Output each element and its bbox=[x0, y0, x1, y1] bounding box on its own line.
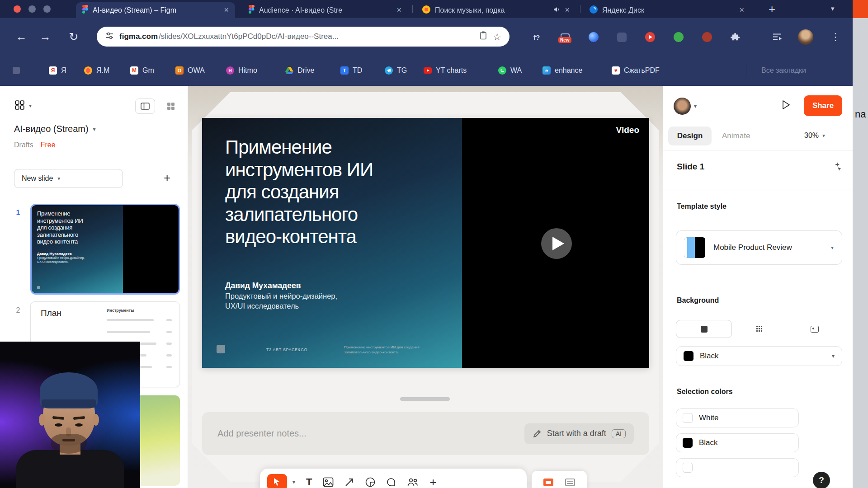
template-style-select[interactable]: Mobile Product Review ▾ bbox=[676, 230, 842, 265]
present-play-button[interactable] bbox=[782, 99, 791, 112]
extension-fontanello-icon[interactable]: f? bbox=[528, 29, 545, 45]
sticker-tool-icon[interactable] bbox=[365, 477, 375, 487]
add-tool-plus-icon[interactable]: + bbox=[429, 475, 436, 488]
share-button[interactable]: Share bbox=[804, 95, 842, 116]
canvas-scrollbar[interactable] bbox=[400, 397, 450, 401]
close-tab-icon[interactable]: × bbox=[565, 5, 570, 15]
bookmark-td[interactable]: TTD bbox=[340, 66, 362, 75]
minimize-window-button[interactable] bbox=[28, 5, 36, 13]
bookmark-compress-pdf[interactable]: ♥СжатьPDF bbox=[612, 66, 660, 75]
new-tab-button[interactable]: + bbox=[769, 2, 775, 16]
close-tab-icon[interactable]: × bbox=[396, 5, 401, 15]
bg-solid-segment[interactable] bbox=[676, 320, 732, 338]
grid-view-toggle[interactable] bbox=[161, 99, 181, 114]
extension-green-icon[interactable] bbox=[670, 29, 687, 45]
back-button[interactable]: ← bbox=[13, 28, 30, 45]
tab-figma-file[interactable]: AI-видео (Stream) – Figm × bbox=[76, 2, 235, 18]
bg-halftone-segment[interactable] bbox=[732, 320, 787, 338]
presenter-notes-bar[interactable]: Add presenter notes... Start with a draf… bbox=[202, 412, 649, 455]
zoom-control[interactable]: 30%▾ bbox=[804, 131, 825, 140]
slide-logo-square[interactable] bbox=[217, 345, 225, 353]
clipboard-icon[interactable] bbox=[479, 31, 487, 42]
extension-maroon-icon[interactable] bbox=[699, 29, 715, 45]
thumb-1-left: Применениеинструментов ИИдля созданиязал… bbox=[32, 205, 123, 293]
list-view-toggle[interactable] bbox=[135, 99, 155, 114]
figma-favicon bbox=[82, 5, 88, 15]
close-tab-icon[interactable]: × bbox=[224, 5, 229, 15]
text-line-skeleton bbox=[166, 343, 172, 345]
tab-audio-icon[interactable] bbox=[553, 6, 560, 15]
tab-yandex-disk[interactable]: Яндекс Диск × bbox=[583, 2, 750, 18]
bg-image-segment[interactable] bbox=[787, 320, 842, 338]
slide-1-thumbnail[interactable]: Применениеинструментов ИИдля созданиязал… bbox=[30, 204, 180, 295]
slide-author-block[interactable]: Давид Мухамадеев Продуктовый и нейро-диз… bbox=[225, 281, 337, 311]
audience-tool-icon[interactable] bbox=[407, 478, 419, 487]
tool-chevron-icon[interactable]: ▾ bbox=[292, 479, 295, 485]
all-bookmarks[interactable]: Все закладки bbox=[761, 66, 806, 75]
main-menu-chevron-icon[interactable]: ▾ bbox=[29, 103, 32, 109]
bookmarks-folder-icon[interactable] bbox=[13, 67, 20, 74]
start-draft-button[interactable]: Start with a draft AI bbox=[524, 423, 634, 444]
close-window-button[interactable] bbox=[14, 5, 21, 13]
tab-music-search[interactable]: Поиск музыки, подка × bbox=[416, 2, 576, 18]
bookmark-whatsapp[interactable]: WA bbox=[498, 66, 522, 75]
slides-canvas[interactable]: Video Применениеинструментов ИИдля созда… bbox=[188, 86, 663, 488]
slide-footer-caption[interactable]: Применение инструментов ИИ для созданияз… bbox=[344, 345, 420, 355]
bookmark-enhance[interactable]: eenhance bbox=[542, 66, 582, 75]
slide-footer-brand[interactable]: T2 ART SPACE&CO bbox=[266, 347, 307, 352]
close-tab-icon[interactable]: × bbox=[739, 5, 744, 15]
comment-tool-icon[interactable] bbox=[386, 477, 396, 487]
figma-slides-menu[interactable] bbox=[14, 99, 25, 113]
reload-button[interactable]: ↻ bbox=[65, 28, 82, 45]
bookmark-owa[interactable]: OOWA bbox=[175, 66, 205, 75]
current-slide[interactable]: Video Применениеинструментов ИИдля созда… bbox=[202, 118, 649, 368]
bookmark-telegram[interactable]: TG bbox=[385, 66, 407, 75]
account-chevron-icon[interactable]: ▾ bbox=[694, 103, 697, 109]
address-bar[interactable]: figma.com /slides/XOLzxuxattnYt6pPCd0pDc… bbox=[97, 27, 509, 47]
file-title-row[interactable]: AI-видео (Stream) ▾ bbox=[14, 124, 96, 134]
bookmark-yandex[interactable]: ЯЯ bbox=[49, 66, 66, 75]
media-queue-icon[interactable] bbox=[769, 29, 785, 45]
bookmark-drive[interactable]: Drive bbox=[285, 66, 314, 75]
forward-button[interactable]: → bbox=[37, 28, 54, 45]
selection-color-black[interactable]: Black bbox=[676, 433, 799, 452]
browser-menu-kebab-icon[interactable]: ⋮ bbox=[827, 29, 844, 45]
zoom-window-button[interactable] bbox=[43, 5, 51, 13]
slide-title-text[interactable]: Применениеинструментов ИИдля созданиязал… bbox=[225, 136, 373, 248]
divider bbox=[663, 150, 853, 150]
ai-edit-icon[interactable] bbox=[832, 162, 842, 174]
background-color-select[interactable]: Black ▾ bbox=[676, 346, 842, 366]
bookmark-gmail[interactable]: MGm bbox=[130, 66, 154, 75]
tab-figma-audience[interactable]: Audience · AI-видео (Stre × bbox=[242, 2, 408, 18]
bookmark-yt-charts[interactable]: YT charts bbox=[424, 66, 467, 75]
grid-slide-view-icon[interactable] bbox=[565, 479, 575, 486]
extensions-puzzle-icon[interactable] bbox=[727, 29, 744, 45]
extension-video-icon[interactable] bbox=[642, 29, 658, 45]
plan-badge[interactable]: Free bbox=[41, 141, 56, 149]
site-info-icon[interactable] bbox=[105, 31, 114, 42]
tab-animate[interactable]: Animate bbox=[722, 131, 750, 141]
bookmark-hitmo[interactable]: HHitmo bbox=[226, 66, 257, 75]
tab-search-chevron-icon[interactable]: ▾ bbox=[831, 5, 835, 13]
help-button[interactable]: ? bbox=[813, 472, 830, 488]
file-location[interactable]: Drafts bbox=[14, 141, 33, 149]
extension-dark-icon[interactable] bbox=[613, 29, 630, 45]
single-slide-view-icon[interactable] bbox=[543, 479, 553, 486]
extension-globe-icon[interactable] bbox=[585, 29, 602, 45]
bookmark-yandex-music[interactable]: Я.М bbox=[84, 66, 109, 75]
selection-color-white[interactable]: White bbox=[676, 408, 799, 427]
add-slide-plus-button[interactable]: + bbox=[164, 171, 170, 185]
bookmark-star-icon[interactable]: ☆ bbox=[493, 32, 501, 42]
image-tool-icon[interactable] bbox=[323, 477, 334, 487]
profile-avatar[interactable] bbox=[797, 29, 814, 45]
selection-color-row[interactable] bbox=[676, 458, 799, 477]
new-slide-button[interactable]: New slide ▾ bbox=[14, 169, 123, 188]
notes-placeholder[interactable]: Add presenter notes... bbox=[217, 428, 307, 439]
select-tool-button[interactable] bbox=[267, 474, 287, 488]
shape-tool-icon[interactable] bbox=[344, 477, 354, 487]
tab-design[interactable]: Design bbox=[668, 127, 712, 145]
account-avatar[interactable] bbox=[674, 98, 691, 115]
text-tool[interactable]: T bbox=[306, 476, 312, 488]
video-play-button[interactable] bbox=[541, 228, 572, 259]
extension-new-icon[interactable]: New bbox=[557, 29, 573, 45]
